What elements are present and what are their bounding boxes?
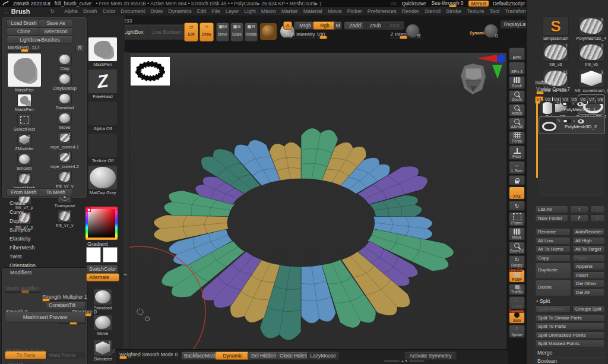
split-hidden-button[interactable]: Split Hidden — [535, 305, 571, 313]
brush-item[interactable]: Smooth — [5, 153, 43, 171]
visible-count-slider[interactable]: Visible Count 7 — [535, 86, 603, 94]
del-all-button[interactable]: Del All — [573, 289, 605, 296]
dynamic-draw-size-label[interactable]: Dynamic — [470, 31, 486, 35]
constant-tilt-button[interactable]: ConstantTilt — [46, 301, 86, 309]
to-mesh-button[interactable]: To Mesh — [39, 188, 73, 197]
menu-item[interactable]: Macro — [261, 8, 276, 14]
brush-item[interactable]: 1 frill_v7_v — [46, 170, 84, 189]
eye-icon[interactable] — [578, 119, 584, 124]
menu-item[interactable]: Stencil — [425, 8, 441, 14]
paste-button[interactable]: Paste — [572, 254, 605, 262]
brush-item[interactable]: Standard — [46, 92, 84, 110]
material-preview-button[interactable] — [260, 23, 277, 40]
brush-section-header[interactable]: Create — [0, 198, 88, 207]
right-shelf-button[interactable]: Dynamic Solo — [509, 311, 525, 324]
subtool-action-button[interactable]: AutoReorder — [572, 228, 605, 236]
menus-button[interactable]: Menus — [468, 1, 489, 7]
brush-section-header[interactable]: Twist — [0, 252, 88, 261]
split-section-header[interactable]: ▪ Split — [535, 297, 605, 305]
tool-item[interactable]: 8 PolyMesh3D_4 — [574, 17, 608, 41]
strength-multiplier-slider[interactable]: Strength Multiplier 1 — [41, 294, 88, 301]
split-action-button[interactable]: Split Masked Points — [535, 340, 605, 347]
stroke-picker-icon[interactable]: S — [406, 24, 420, 38]
new-folder-button[interactable]: New Folder — [535, 214, 568, 222]
secondary-color-swatch[interactable] — [103, 247, 118, 262]
switch-color-button[interactable]: SwitchColor — [86, 265, 118, 273]
x-axis-arrow-icon[interactable] — [477, 55, 497, 62]
right-shelf-button[interactable]: Transp — [509, 284, 525, 295]
menu-item[interactable]: Stroke — [446, 8, 461, 14]
brush-item[interactable]: MaskPen — [5, 53, 43, 93]
right-shelf-button[interactable]: Ghost — [509, 296, 525, 309]
move-out-folder-button[interactable]: ↳ — [590, 214, 605, 222]
right-shelf-button[interactable]: AAHalf — [509, 118, 525, 130]
duplicate-button[interactable]: Duplicate — [535, 262, 571, 279]
brush-section-header[interactable]: FiberMesh — [0, 243, 88, 252]
brush-item[interactable]: SelectRect — [5, 113, 43, 132]
rotate-button[interactable]: ▣R Rotate — [245, 23, 258, 42]
eye-icon[interactable] — [577, 102, 584, 106]
right-shelf-button[interactable]: L.Sym — [509, 161, 525, 174]
color-picker[interactable] — [86, 207, 118, 240]
brush-item[interactable]: Move — [46, 112, 84, 130]
polypaint-icon[interactable]: ✎ — [556, 102, 560, 106]
shader-half-icon[interactable]: ◐ — [572, 102, 575, 106]
menu-item[interactable]: Transform — [505, 8, 529, 14]
visibility-toggle[interactable] — [563, 119, 571, 123]
scrunchie-model[interactable] — [154, 128, 454, 340]
right-shelf-button[interactable]: Move — [509, 227, 525, 240]
brush-section-header[interactable]: Depth — [0, 216, 88, 225]
meshinsert-preview-button[interactable]: MeshInsert Preview — [5, 312, 86, 322]
right-shelf-button[interactable]: SPix 3 — [509, 62, 525, 75]
brush-item[interactable]: MaskPen — [5, 94, 43, 112]
move-down-button[interactable]: ↓ — [590, 205, 605, 213]
right-shelf-button[interactable] — [509, 175, 525, 185]
right-shelf-button[interactable]: Zoom — [509, 90, 525, 103]
right-shelf-button[interactable]: BPR — [509, 48, 525, 61]
menu-item[interactable]: Document — [121, 8, 145, 14]
subtool-action-button[interactable]: All Low — [535, 237, 571, 245]
m-toggle[interactable]: M — [334, 21, 342, 30]
collapsed-subpalette[interactable]: Merge — [535, 349, 605, 357]
menu-item[interactable]: Marker — [281, 8, 298, 14]
quick-brush-item[interactable]: Move — [87, 314, 119, 336]
menu-item[interactable]: Texture — [467, 8, 484, 14]
right-shelf-button[interactable]: Frame — [509, 212, 525, 226]
clone-button[interactable]: Clone — [7, 27, 41, 36]
quicksave-button[interactable]: QuickSave — [401, 1, 426, 7]
menu-item[interactable]: Dynamics — [168, 8, 192, 14]
menu-item[interactable]: Picker — [347, 8, 362, 14]
polypaint-icon[interactable]: ✎ — [557, 119, 561, 124]
close-holes-button[interactable]: Close Holes — [277, 352, 310, 360]
brush-item[interactable]: ClayBuildup — [46, 72, 84, 91]
activate-symmetry-button[interactable]: Activate Symmetry — [404, 352, 457, 360]
save-as-button[interactable]: Save As — [39, 19, 73, 27]
menu-item[interactable]: Movie — [328, 8, 342, 14]
lazymouse-button[interactable]: LazyMouse — [307, 352, 339, 360]
tool-item[interactable]: S SimpleBrush — [539, 17, 573, 41]
tool-item[interactable]: 7 frill_v6 — [574, 43, 608, 67]
zcut-toggle[interactable]: Zcut — [384, 21, 404, 30]
current-brush-slider[interactable]: MaskPen. 117 — [7, 45, 41, 52]
split-action-button[interactable]: Split To Similar Parts — [535, 314, 605, 322]
subtool-row-2-selected[interactable]: ✎ ◐ PolyMesh3D_2 — [539, 116, 605, 134]
menu-item[interactable]: File — [211, 8, 220, 14]
brush-section-header[interactable]: Samples — [0, 225, 88, 234]
visibility-toggle[interactable] — [562, 102, 571, 106]
split-action-button[interactable]: Split To Parts — [535, 322, 605, 330]
shelf-slot[interactable]: Alpha Off — [87, 101, 119, 131]
brush-item[interactable]: 1 rope_curve4.2 — [46, 151, 84, 169]
subtool-action-button[interactable]: All To Target — [572, 245, 605, 253]
color-picker-square[interactable] — [88, 209, 115, 238]
subtool-header[interactable]: Subtool — [535, 80, 605, 86]
subtool-row-1[interactable]: ✎ ◐ PolyMesh3D_1 — [540, 101, 603, 115]
menu-item[interactable]: Render — [401, 8, 419, 14]
menu-item[interactable]: Material — [303, 8, 322, 14]
menu-item[interactable]: Light — [244, 8, 256, 14]
brush-item[interactable]: 1 ZModeler — [5, 133, 43, 151]
tray-handle-icon[interactable]: ◂▸ — [124, 272, 127, 276]
from-mesh-button[interactable]: From Mesh — [7, 188, 41, 197]
right-shelf-button[interactable] — [509, 201, 525, 211]
load-brush-button[interactable]: Load Brush — [7, 19, 41, 27]
alternate-button[interactable]: Alternate — [86, 273, 119, 281]
